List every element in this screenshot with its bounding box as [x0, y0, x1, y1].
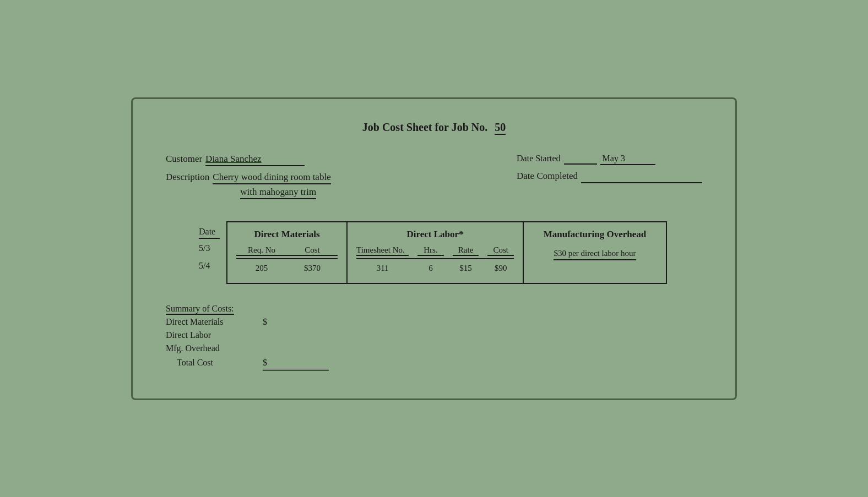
total-label: Total Cost — [166, 358, 254, 368]
labor-hrs-header: Hrs. — [417, 245, 444, 256]
customer-row: Customer Diana Sanchez — [166, 154, 331, 166]
total-row: Total Cost $ — [166, 358, 702, 371]
customer-label: Customer — [166, 154, 202, 165]
date-col-header: Date — [199, 227, 220, 239]
summary-labor-row: Direct Labor — [166, 330, 702, 340]
labor-timesheet-val: 311 — [356, 264, 409, 273]
job-number: 50 — [495, 121, 506, 135]
cost-header-dm: Cost — [287, 245, 338, 256]
total-value: $ — [263, 358, 329, 371]
title-text: Job Cost Sheet for Job No. — [362, 121, 487, 133]
labor-hrs-val: 6 — [417, 264, 444, 273]
direct-materials-headers: Req. No Cost — [236, 245, 338, 259]
description-line1: Cherry wood dining room table — [213, 172, 330, 184]
date-started-row: Date Started May 3 — [517, 154, 702, 165]
direct-labor-title: Direct Labor* — [356, 229, 514, 240]
job-cost-sheet: Job Cost Sheet for Job No. 50 Customer D… — [131, 97, 737, 400]
direct-materials-box: Direct Materials Req. No Cost 205 $370 — [226, 221, 348, 284]
summary-section: Summary of Costs: Direct Materials $ Dir… — [166, 304, 702, 371]
mfg-overhead-title: Manufacturing Overhead — [533, 229, 657, 240]
date-started-value: May 3 — [600, 154, 655, 165]
sheet-title: Job Cost Sheet for Job No. 50 — [166, 121, 702, 134]
date-completed-value — [581, 171, 702, 183]
date-completed-row: Date Completed — [517, 171, 702, 183]
labor-rate-val: $15 — [453, 264, 479, 273]
dm-cost: $370 — [287, 264, 338, 273]
description-block: Cherry wood dining room table with mahog… — [213, 172, 330, 199]
summary-title-row: Summary of Costs: — [166, 304, 702, 314]
summary-labor-label: Direct Labor — [166, 330, 254, 340]
summary-title: Summary of Costs: — [166, 304, 234, 315]
direct-labor-box: Direct Labor* Timesheet No. Hrs. Rate Co… — [348, 221, 524, 284]
labor-headers: Timesheet No. Hrs. Rate Cost — [356, 245, 514, 259]
dm-req-no: 205 — [236, 264, 287, 273]
req-no-header: Req. No — [236, 245, 287, 256]
labor-cost-val: $90 — [487, 264, 514, 273]
summary-overhead-label: Mfg. Overhead — [166, 343, 254, 353]
dm-data-row-1: 205 $370 — [236, 264, 338, 273]
mfg-overhead-rate-wrapper: $30 per direct labor hour — [533, 245, 657, 260]
description-row: Description Cherry wood dining room tabl… — [166, 172, 331, 199]
summary-dm-row: Direct Materials $ — [166, 317, 702, 327]
summary-overhead-row: Mfg. Overhead — [166, 343, 702, 353]
date-started-label: Date Started — [517, 154, 561, 163]
summary-dm-value: $ — [263, 317, 329, 327]
description-line2: with mahogany trim — [240, 187, 316, 199]
date-row-1: 5/3 — [199, 243, 220, 253]
date-completed-label: Date Completed — [517, 171, 578, 182]
info-left: Customer Diana Sanchez Description Cherr… — [166, 154, 331, 199]
labor-data-row-1: 311 6 $15 $90 — [356, 264, 514, 273]
tables-section: Date 5/3 5/4 Direct Materials Req. No Co… — [199, 221, 702, 284]
date-column: Date 5/3 5/4 — [199, 221, 226, 284]
labor-timesheet-header: Timesheet No. — [356, 245, 409, 256]
date-started-blank — [564, 154, 597, 165]
mfg-overhead-rate: $30 per direct labor hour — [554, 249, 636, 260]
description-label: Description — [166, 172, 209, 183]
info-section: Customer Diana Sanchez Description Cherr… — [166, 154, 702, 199]
direct-materials-title: Direct Materials — [236, 229, 338, 240]
date-row-2: 5/4 — [199, 261, 220, 271]
labor-rate-header: Rate — [453, 245, 479, 256]
info-right: Date Started May 3 Date Completed — [517, 154, 702, 199]
customer-value: Diana Sanchez — [205, 154, 305, 166]
labor-cost-header: Cost — [487, 245, 514, 256]
manufacturing-overhead-box: Manufacturing Overhead $30 per direct la… — [524, 221, 667, 284]
summary-dm-label: Direct Materials — [166, 317, 254, 327]
